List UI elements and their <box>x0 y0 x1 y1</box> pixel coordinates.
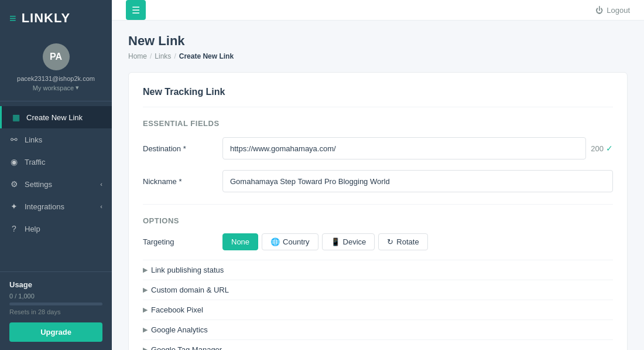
logout-button[interactable]: ⏻ Logout <box>595 6 630 15</box>
usage-section: Usage 0 / 1,000 Resets in 28 days Upgrad… <box>0 271 112 350</box>
user-workspace[interactable]: My workspace ▾ <box>33 84 79 91</box>
country-label: Country <box>283 237 310 246</box>
globe-icon: 🌐 <box>270 237 280 246</box>
breadcrumb-separator: / <box>150 52 152 60</box>
usage-count: 0 / 1,000 <box>9 293 102 300</box>
collapsible-label: Link publishing status <box>151 266 224 274</box>
destination-row: Destination * 200 ✓ <box>143 137 613 159</box>
targeting-device-button[interactable]: 📱 Device <box>322 233 375 250</box>
chevron-right-icon: ▶ <box>143 266 148 274</box>
chevron-right-icon: ▶ <box>143 286 148 294</box>
breadcrumb-current: Create New Link <box>179 52 234 60</box>
topbar: ☰ ⏻ Logout <box>112 0 644 21</box>
breadcrumb-home[interactable]: Home <box>128 52 147 60</box>
rotate-icon: ↻ <box>387 237 393 246</box>
sidebar-item-traffic[interactable]: ◉ Traffic <box>0 151 112 173</box>
chevron-right-icon: ▶ <box>143 326 148 334</box>
globe-icon: ◉ <box>9 157 19 166</box>
char-count-value: 200 <box>591 144 604 153</box>
sidebar-item-label: Integrations <box>25 202 64 211</box>
targeting-buttons: None 🌐 Country 📱 Device ↻ Rotate <box>222 233 428 250</box>
collapsible-google-tag-manager[interactable]: ▶ Google Tag Manager <box>143 339 613 350</box>
usage-title: Usage <box>9 280 102 289</box>
usage-reset-text: Resets in 28 days <box>9 308 102 315</box>
logo-icon: ≡ <box>9 12 17 25</box>
sidebar-item-create-new-link[interactable]: ▦ Create New Link <box>0 106 112 128</box>
sidebar-item-label: Help <box>25 225 40 233</box>
sidebar-item-label: Settings <box>25 180 52 189</box>
logout-icon: ⏻ <box>595 6 603 15</box>
rotate-label: Rotate <box>396 237 419 246</box>
sidebar-item-label: Traffic <box>25 158 45 166</box>
help-icon: ? <box>9 224 19 233</box>
collapsible-custom-domain-url[interactable]: ▶ Custom domain & URL <box>143 280 613 300</box>
char-check-icon: ✓ <box>606 144 613 153</box>
collapsible-google-analytics[interactable]: ▶ Google Analytics <box>143 320 613 339</box>
options-label: Options <box>143 216 613 225</box>
device-label: Device <box>343 237 366 246</box>
targeting-row: Targeting None 🌐 Country 📱 Device <box>143 233 613 250</box>
nickname-label: Nickname * <box>143 177 213 186</box>
usage-bar-background <box>9 303 102 305</box>
breadcrumb: Home / Links / Create New Link <box>128 52 628 60</box>
card-title: New Tracking Link <box>143 87 613 107</box>
nickname-input[interactable] <box>222 170 613 192</box>
collapsible-label: Custom domain & URL <box>151 286 229 294</box>
breadcrumb-links[interactable]: Links <box>155 52 171 60</box>
sidebar-item-label: Links <box>25 135 42 144</box>
sidebar-item-links[interactable]: ⚯ Links <box>0 128 112 151</box>
link-icon: ⚯ <box>9 135 19 144</box>
gear-icon: ⚙ <box>9 179 19 189</box>
sidebar-item-integrations[interactable]: ✦ Integrations ‹ <box>0 195 112 218</box>
device-icon: 📱 <box>331 237 340 246</box>
collapsible-label: Google Tag Manager <box>151 345 222 350</box>
char-count: 200 ✓ <box>591 144 613 153</box>
page-title: New Link <box>128 33 628 49</box>
options-section: Options Targeting None 🌐 Country 📱 <box>143 216 613 350</box>
none-label: None <box>231 237 249 246</box>
targeting-label: Targeting <box>143 237 213 246</box>
avatar[interactable]: PA <box>43 43 70 70</box>
collapsible-label: Google Analytics <box>151 325 208 334</box>
nickname-row: Nickname * <box>143 170 613 192</box>
collapsible-label: Facebook Pixel <box>151 305 203 314</box>
logo-text: LINKLY <box>22 11 70 26</box>
new-link-card: New Tracking Link Essential fields Desti… <box>128 72 628 350</box>
chevron-right-icon: ▶ <box>143 346 148 350</box>
destination-input-wrap: 200 ✓ <box>222 137 613 159</box>
destination-input[interactable] <box>222 137 586 159</box>
page-content: New Link Home / Links / Create New Link … <box>112 21 644 350</box>
upgrade-button[interactable]: Upgrade <box>9 322 102 342</box>
chevron-icon: ‹ <box>100 181 102 188</box>
collapsible-link-publishing-status[interactable]: ▶ Link publishing status <box>143 260 613 280</box>
brand-logo[interactable]: ≡ LINKLY <box>0 0 112 36</box>
nickname-input-wrap <box>222 170 613 192</box>
chevron-icon: ‹ <box>100 203 102 210</box>
hamburger-icon: ☰ <box>132 5 140 16</box>
breadcrumb-separator: / <box>174 52 176 60</box>
user-profile: PA pacek23131@ishop2k.com My workspace ▾ <box>0 36 112 101</box>
sidebar-item-label: Create New Link <box>26 113 83 122</box>
collapsible-facebook-pixel[interactable]: ▶ Facebook Pixel <box>143 300 613 320</box>
sidebar-item-settings[interactable]: ⚙ Settings ‹ <box>0 173 112 195</box>
wrench-icon: ✦ <box>9 202 19 211</box>
menu-toggle-button[interactable]: ☰ <box>126 0 146 20</box>
targeting-none-button[interactable]: None <box>222 233 258 250</box>
sidebar: ≡ LINKLY PA pacek23131@ishop2k.com My wo… <box>0 0 112 350</box>
grid-icon: ▦ <box>11 113 20 122</box>
user-email: pacek23131@ishop2k.com <box>17 75 95 82</box>
chevron-right-icon: ▶ <box>143 306 148 314</box>
targeting-country-button[interactable]: 🌐 Country <box>262 233 318 250</box>
sidebar-item-help[interactable]: ? Help <box>0 218 112 240</box>
destination-label: Destination * <box>143 144 213 153</box>
targeting-rotate-button[interactable]: ↻ Rotate <box>378 233 427 250</box>
logout-label: Logout <box>607 6 630 15</box>
section-divider <box>143 204 613 205</box>
essential-fields-label: Essential fields <box>143 119 613 128</box>
sidebar-nav: ▦ Create New Link ⚯ Links ◉ Traffic ⚙ Se… <box>0 101 112 271</box>
main-content: ☰ ⏻ Logout New Link Home / Links / Creat… <box>112 0 644 350</box>
